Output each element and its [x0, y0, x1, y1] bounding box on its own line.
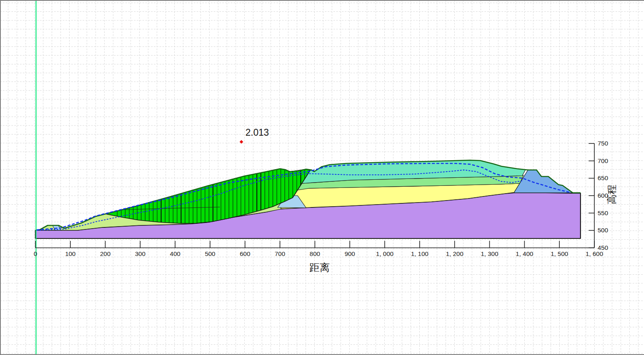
x-axis: 01002003004005006007008009001, 0001, 100…: [34, 241, 603, 257]
x-tick-label: 400: [170, 250, 180, 257]
x-tick-label: 0: [34, 250, 37, 257]
y-tick-label: 650: [598, 174, 608, 181]
canvas-border-top: [0, 0, 644, 1]
x-tick-label: 1, 400: [516, 250, 533, 257]
y-tick-label: 450: [598, 244, 608, 251]
x-tick-label: 1, 600: [585, 250, 603, 257]
x-tick-label: 1, 500: [551, 250, 568, 257]
x-tick-label: 600: [240, 250, 250, 257]
x-tick-label: 800: [310, 250, 320, 257]
factor-of-safety-label[interactable]: 2.013: [245, 127, 269, 138]
y-tick-label: 550: [598, 209, 608, 216]
y-tick-label: 500: [598, 227, 608, 234]
canvas-border-left: [0, 0, 1, 355]
x-tick-label: 200: [100, 250, 111, 257]
x-tick-label: 1, 100: [411, 250, 428, 257]
y-tick-label: 750: [598, 140, 608, 147]
x-tick-label: 1, 300: [481, 250, 498, 257]
x-tick-label: 1, 200: [446, 250, 463, 257]
x-tick-label: 1, 000: [376, 250, 394, 257]
y-tick-label: 700: [598, 157, 608, 164]
x-tick-label: 900: [344, 250, 355, 257]
y-axis-title: 高程: [605, 185, 618, 204]
section-svg: 01002003004005006007008009001, 0001, 100…: [0, 0, 644, 355]
x-tick-label: 500: [205, 250, 215, 257]
x-tick-label: 700: [275, 250, 285, 257]
drawing-canvas[interactable]: 01002003004005006007008009001, 0001, 100…: [0, 0, 644, 355]
x-axis-title: 距离: [309, 261, 330, 274]
x-tick-label: 300: [135, 250, 146, 257]
x-tick-label: 100: [65, 250, 76, 257]
